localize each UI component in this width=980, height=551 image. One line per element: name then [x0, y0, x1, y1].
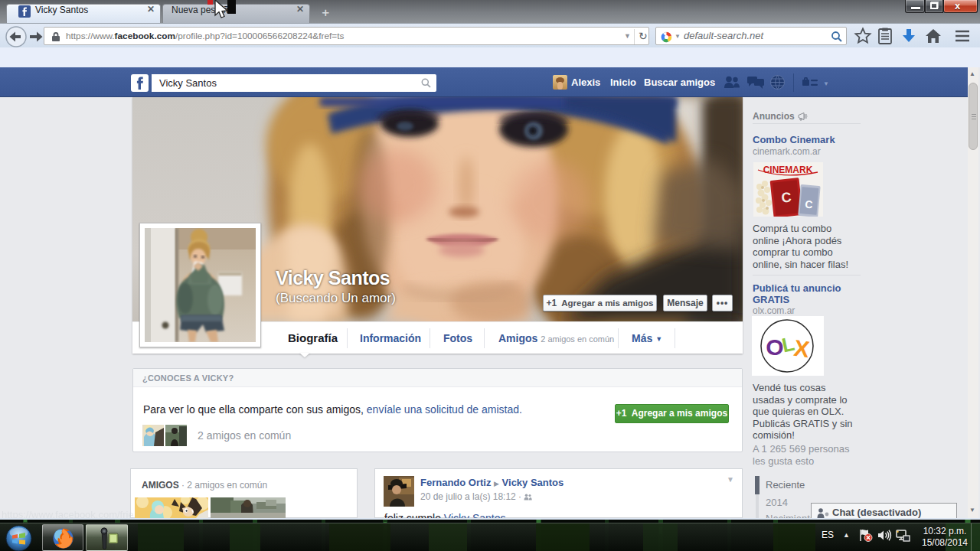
svg-text:C: C [805, 198, 813, 211]
svg-text:C: C [780, 189, 792, 205]
